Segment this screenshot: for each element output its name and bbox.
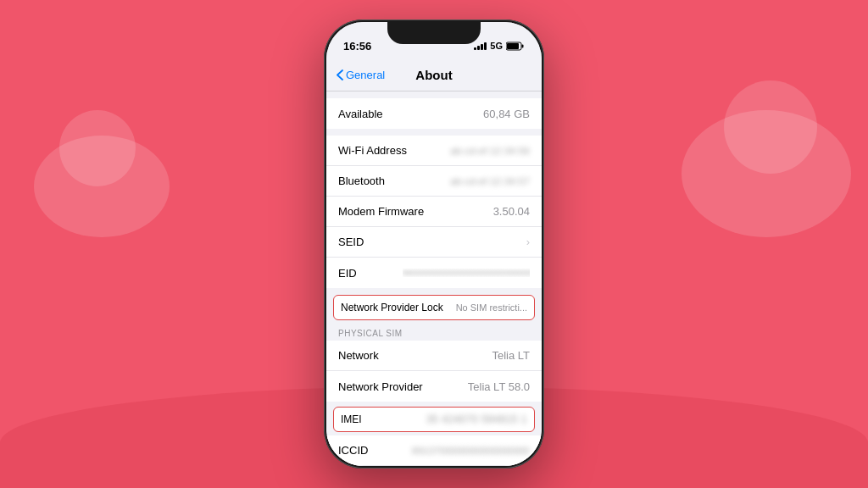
network-value: Telia LT: [492, 349, 530, 362]
row-network: Network Telia LT: [326, 341, 542, 371]
seid-label: SEID: [338, 236, 364, 248]
network-provider-label: Network Provider: [338, 380, 423, 393]
row-bluetooth: Bluetooth ab:cd:ef:12:34:57: [326, 166, 542, 197]
iccid-value: 891370000000000000000: [412, 446, 530, 456]
status-right-icons: 5G: [474, 41, 525, 51]
group-available: Available 60,84 GB: [326, 98, 542, 129]
settings-content: Available 60,84 GB Wi-Fi Address ab:cd:e…: [326, 92, 542, 466]
page-title: About: [415, 68, 452, 82]
bg-cloud-right: [682, 110, 851, 237]
notch: [387, 22, 481, 44]
spacer-1: [326, 92, 542, 98]
battery-icon: [506, 42, 525, 51]
available-value: 60,84 GB: [483, 108, 530, 120]
network-provider-lock-value: No SIM restricti...: [456, 302, 527, 313]
row-network-provider-lock: Network Provider Lock No SIM restricti..…: [333, 295, 535, 320]
row-modem-firmware: Modem Firmware 3.50.04: [326, 197, 542, 227]
group-network-info: Wi-Fi Address ab:cd:ef:12:34:56 Bluetoot…: [326, 136, 542, 288]
network-type-label: 5G: [490, 41, 503, 51]
network-provider-value: Telia LT 58.0: [468, 380, 530, 393]
nav-back-button[interactable]: General: [337, 69, 385, 81]
svg-rect-1: [507, 43, 519, 49]
section-header-physical-sim: PHYSICAL SIM: [326, 324, 542, 341]
seid-chevron-icon: ›: [526, 236, 530, 248]
spacer-lock: [326, 288, 542, 291]
phone-screen: 16:56 5G: [326, 22, 542, 466]
row-imei: IMEI 35 424070 594815 1: [333, 407, 535, 432]
network-provider-lock-label: Network Provider Lock: [341, 302, 443, 313]
back-chevron-icon: [337, 69, 343, 80]
nav-bar: General About: [326, 59, 542, 92]
bluetooth-label: Bluetooth: [338, 175, 385, 187]
available-label: Available: [338, 108, 383, 120]
svg-rect-2: [522, 44, 524, 47]
spacer-2: [326, 129, 542, 136]
spacer-imei: [326, 402, 542, 403]
wifi-address-label: Wi-Fi Address: [338, 144, 407, 157]
phone-frame: 16:56 5G: [324, 19, 544, 469]
eid-value: 89000000000000000000000000000001: [403, 269, 530, 277]
bluetooth-value: ab:cd:ef:12:34:57: [450, 176, 530, 186]
row-wifi-address: Wi-Fi Address ab:cd:ef:12:34:56: [326, 136, 542, 166]
bg-cloud-left: [34, 136, 170, 237]
modem-firmware-label: Modem Firmware: [338, 205, 424, 218]
row-available: Available 60,84 GB: [326, 98, 542, 129]
imei-label: IMEI: [341, 413, 362, 425]
group-physical-sim: Network Telia LT Network Provider Telia …: [326, 341, 542, 402]
modem-firmware-value: 3.50.04: [493, 205, 530, 218]
row-eid: EID 89000000000000000000000000000001: [326, 258, 542, 288]
back-label: General: [346, 69, 385, 81]
eid-label: EID: [338, 267, 357, 280]
imei-value: 35 424070 594815 1: [426, 413, 527, 425]
wifi-address-value: ab:cd:ef:12:34:56: [450, 146, 530, 156]
network-label: Network: [338, 349, 379, 362]
row-iccid: ICCID 891370000000000000000: [326, 435, 542, 466]
group-iccid-meid: ICCID 891370000000000000000 MEID 3542407…: [326, 435, 542, 466]
status-time: 16:56: [343, 40, 371, 53]
row-seid[interactable]: SEID ›: [326, 227, 542, 258]
row-network-provider: Network Provider Telia LT 58.0: [326, 371, 542, 402]
signal-bars-icon: [474, 42, 487, 50]
iccid-label: ICCID: [338, 444, 368, 457]
